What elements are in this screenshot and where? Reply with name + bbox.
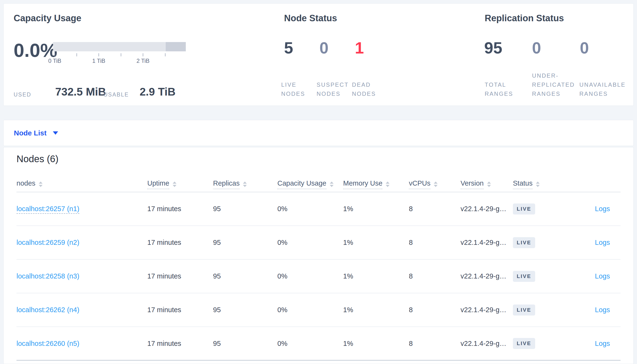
sort-icon[interactable] bbox=[173, 182, 176, 187]
node-status-title: Node Status bbox=[284, 13, 337, 24]
stat-label: UNAVAILABLE RANGES bbox=[579, 80, 627, 98]
axis-tick bbox=[143, 53, 143, 56]
node-cell: localhost:26260 (n5) bbox=[17, 340, 147, 348]
chevron-down-icon bbox=[53, 131, 58, 135]
node-list-dropdown-label: Node List bbox=[14, 129, 47, 137]
replicas-cell: 95 bbox=[213, 205, 277, 213]
node-link[interactable]: localhost:26260 (n5) bbox=[17, 340, 79, 347]
stat-value: 0 bbox=[318, 39, 354, 57]
logs-link[interactable]: Logs bbox=[595, 272, 610, 280]
sort-ascending-arrow bbox=[39, 182, 43, 184]
column-header[interactable]: Uptime bbox=[147, 179, 213, 189]
logs-link[interactable]: Logs bbox=[595, 340, 610, 347]
column-header-label: nodes bbox=[17, 179, 35, 189]
logs-link[interactable]: Logs bbox=[595, 238, 610, 246]
stat-label: LIVE NODES bbox=[281, 80, 316, 98]
sort-icon[interactable] bbox=[330, 182, 334, 187]
column-header[interactable]: Status bbox=[513, 179, 561, 189]
column-header[interactable]: Replicas bbox=[213, 179, 277, 189]
sort-ascending-arrow bbox=[243, 182, 247, 184]
capacity-usage-cell: 0% bbox=[277, 340, 343, 348]
memory-use-cell: 1% bbox=[343, 272, 409, 280]
capacity-bar bbox=[53, 42, 186, 51]
sort-icon[interactable] bbox=[243, 182, 247, 187]
sort-icon[interactable] bbox=[39, 182, 43, 187]
sort-descending-arrow bbox=[434, 185, 438, 187]
status-badge: LIVE bbox=[513, 271, 535, 282]
column-header[interactable]: vCPUs bbox=[409, 179, 461, 189]
node-link[interactable]: localhost:26262 (n4) bbox=[17, 306, 79, 314]
node-link[interactable]: localhost:26259 (n2) bbox=[17, 238, 79, 246]
logs-cell: Logs bbox=[561, 205, 620, 213]
node-cell: localhost:26258 (n3) bbox=[17, 272, 147, 280]
sort-ascending-arrow bbox=[434, 182, 438, 184]
node-status-values: 501 bbox=[283, 39, 389, 57]
sort-ascending-arrow bbox=[386, 182, 390, 184]
stat-label: SUSPECT NODES bbox=[316, 80, 352, 98]
cluster-overview-page: Capacity Usage 0.0% 0 TiB1 TiB2 TiB USED… bbox=[0, 0, 637, 364]
sort-icon[interactable] bbox=[386, 182, 390, 187]
sort-ascending-arrow bbox=[487, 182, 491, 184]
uptime-cell: 17 minutes bbox=[147, 238, 213, 246]
sort-descending-arrow bbox=[330, 185, 334, 187]
cluster-summary-card: Capacity Usage 0.0% 0 TiB1 TiB2 TiB USED… bbox=[3, 3, 634, 106]
status-badge: LIVE bbox=[513, 237, 535, 248]
uptime-cell: 17 minutes bbox=[147, 272, 213, 280]
memory-use-cell: 1% bbox=[343, 205, 409, 213]
sort-icon[interactable] bbox=[487, 182, 491, 187]
status-cell: LIVE bbox=[513, 204, 561, 214]
column-header[interactable]: nodes bbox=[17, 179, 147, 189]
stat-value: 1 bbox=[354, 39, 389, 57]
axis-tick-label: 1 TiB bbox=[83, 58, 114, 64]
node-list-dropdown[interactable]: Node List bbox=[14, 129, 58, 137]
capacity-used-percent: 0.0% bbox=[14, 41, 57, 60]
sort-descending-arrow bbox=[243, 185, 247, 187]
sort-descending-arrow bbox=[39, 185, 43, 187]
capacity-axis-labels: 0 TiB1 TiB2 TiB bbox=[53, 58, 186, 66]
capacity-usage-cell: 0% bbox=[277, 238, 343, 246]
usable-value: 2.9 TiB bbox=[140, 85, 175, 98]
sort-descending-arrow bbox=[386, 185, 390, 187]
vcpus-cell: 8 bbox=[409, 306, 461, 314]
table-row: localhost:26257 (n1) 17 minutes 95 0% 1%… bbox=[17, 192, 620, 226]
column-header[interactable]: Memory Use bbox=[343, 179, 409, 189]
logs-link[interactable]: Logs bbox=[595, 205, 610, 212]
status-badge: LIVE bbox=[513, 204, 535, 214]
status-cell: LIVE bbox=[513, 304, 561, 316]
column-header[interactable]: Capacity Usage bbox=[277, 179, 343, 189]
column-header[interactable]: Version bbox=[461, 179, 513, 189]
stat-label: UNDER-REPLICATED RANGES bbox=[532, 71, 579, 98]
vcpus-cell: 8 bbox=[409, 238, 461, 246]
sort-icon[interactable] bbox=[434, 182, 438, 187]
capacity-usage-panel: Capacity Usage 0.0% 0 TiB1 TiB2 TiB USED… bbox=[14, 4, 272, 106]
table-row: localhost:26262 (n4) 17 minutes 95 0% 1%… bbox=[17, 293, 620, 327]
logs-cell: Logs bbox=[561, 306, 620, 314]
version-cell: v22.1.4-29-g… bbox=[461, 306, 513, 314]
memory-use-cell: 1% bbox=[343, 340, 409, 348]
logs-cell: Logs bbox=[561, 238, 620, 246]
stat-label: DEAD NODES bbox=[352, 80, 387, 98]
uptime-cell: 17 minutes bbox=[147, 205, 213, 213]
capacity-usage-cell: 0% bbox=[277, 306, 343, 314]
view-selector-bar: Node List bbox=[3, 120, 634, 146]
sort-icon[interactable] bbox=[536, 182, 540, 187]
column-header-label: Status bbox=[513, 179, 532, 189]
nodes-table-card: Nodes (6) nodes Uptime Replicas bbox=[3, 147, 634, 364]
status-badge: LIVE bbox=[513, 338, 535, 349]
column-header-label: vCPUs bbox=[409, 179, 430, 189]
stat-value: 0 bbox=[531, 39, 579, 57]
node-link[interactable]: localhost:26257 (n1) bbox=[17, 205, 79, 214]
used-label: USED bbox=[14, 92, 31, 98]
logs-link[interactable]: Logs bbox=[595, 306, 610, 314]
axis-tick bbox=[55, 53, 55, 56]
replicas-cell: 95 bbox=[213, 306, 277, 314]
node-link[interactable]: localhost:26258 (n3) bbox=[17, 272, 79, 280]
axis-tick-label: 0 TiB bbox=[39, 58, 70, 64]
replication-status-title: Replication Status bbox=[485, 13, 564, 24]
replicas-cell: 95 bbox=[213, 272, 277, 280]
table-row: localhost:26258 (n3) 17 minutes 95 0% 1%… bbox=[17, 260, 620, 293]
sort-ascending-arrow bbox=[330, 182, 334, 184]
sort-ascending-arrow bbox=[536, 182, 540, 184]
node-cell: localhost:26262 (n4) bbox=[17, 306, 147, 314]
stat-value: 0 bbox=[579, 39, 627, 57]
